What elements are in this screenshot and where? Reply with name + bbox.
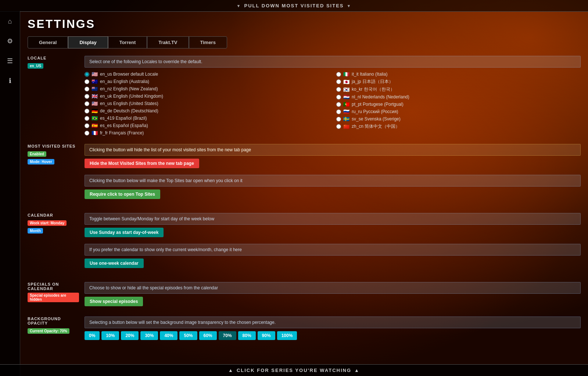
sidebar: ⌂ ⚙ ☰ ℹ — [0, 11, 20, 376]
locale-radio[interactable] — [85, 94, 89, 99]
locale-label-text: pt_pt Portugese (Portgual) — [352, 102, 404, 107]
tab-timers[interactable]: Timers — [189, 36, 227, 48]
locale-item: 🇳🇱 nl_nl Nederlands (Nederland) — [336, 93, 581, 101]
flag-icon: 🇬🇧 — [92, 93, 98, 99]
most-visited-hide-subsection: Clicking the button will hide the list o… — [85, 144, 581, 171]
locale-label-text: en_us Browser default Locale — [100, 72, 158, 77]
top-banner-text: PULL DOWN MOST VISITED SITES — [244, 3, 344, 8]
specials-section: SPECIALS ON CALENDAR Special episodes ar… — [28, 282, 581, 309]
sidebar-user-icon[interactable]: ☰ — [3, 54, 17, 68]
flag-icon: 🇫🇷 — [92, 130, 98, 136]
calendar-week-info: Toggle between Sunday/Monday for start d… — [85, 213, 581, 225]
locale-radio[interactable] — [336, 102, 341, 107]
most-visited-click-info: Clicking the button below will make the … — [85, 175, 581, 187]
locale-radio[interactable] — [336, 124, 341, 129]
most-visited-badge-mode: Mode: Hover — [28, 159, 54, 164]
locale-label-text: nl_nl Nederlands (Nederland) — [352, 94, 409, 100]
locale-label-text: en_nz English (New Zealand) — [100, 86, 158, 91]
opacity-btn-10[interactable]: 10% — [101, 331, 119, 340]
show-special-episodes-button[interactable]: Show special episodes — [85, 297, 143, 306]
sidebar-info-icon[interactable]: ℹ — [3, 74, 17, 87]
locale-radio[interactable] — [85, 87, 89, 91]
locale-item: 🇮🇹 it_it Italiano (Italia) — [336, 70, 581, 78]
locale-label-text: de_de Deutsch (Deutschland) — [100, 108, 158, 113]
top-banner-arrow-left: ▼ — [237, 4, 241, 8]
opacity-btn-40[interactable]: 40% — [160, 331, 178, 340]
most-visited-hide-info: Clicking the button will hide the list o… — [85, 144, 581, 156]
flag-icon: 🇩🇪 — [92, 108, 98, 114]
opacity-btn-80[interactable]: 80% — [238, 331, 256, 340]
flag-icon: 🇷🇺 — [343, 109, 349, 115]
top-banner-arrow-right: ▼ — [347, 4, 352, 8]
use-sunday-button[interactable]: Use Sunday as start day-of-week — [85, 228, 164, 237]
locale-radio[interactable] — [85, 109, 89, 113]
bottom-banner[interactable]: ▲ CLICK FOR SERIES YOU'RE WATCHING ▲ — [0, 364, 588, 376]
locale-label-col: LOCALE en_US — [28, 56, 79, 70]
opacity-btn-50[interactable]: 50% — [179, 331, 197, 340]
locale-item: 🇫🇷 fr_fr Français (France) — [85, 129, 329, 137]
bottom-banner-arrow-right: ▲ — [354, 368, 360, 373]
sidebar-home-icon[interactable]: ⌂ — [3, 15, 17, 28]
flag-icon: 🇺🇸 — [92, 71, 98, 77]
opacity-btn-0[interactable]: 0% — [85, 331, 100, 340]
locale-radio[interactable] — [85, 101, 89, 106]
opacity-btn-20[interactable]: 20% — [121, 331, 139, 340]
locale-radio[interactable] — [336, 95, 341, 100]
opacity-section: BACKGROUND OPACITY Current Opacity: 70% … — [28, 317, 581, 340]
opacity-btn-70[interactable]: 70% — [219, 331, 236, 340]
opacity-btn-30[interactable]: 30% — [140, 331, 158, 340]
locale-label-text: zh_cn 简体中文（中国） — [352, 123, 400, 130]
hide-most-visited-button[interactable]: Hide the Most Visited Sites from the new… — [85, 159, 199, 168]
locale-item: 🇩🇪 de_de Deutsch (Deutschland) — [85, 107, 329, 115]
sidebar-gear-icon[interactable]: ⚙ — [3, 35, 17, 48]
locale-label-text: ru_ru Русский (Россия) — [352, 109, 398, 114]
require-click-button[interactable]: Require click to open Top Sites — [85, 189, 160, 199]
flag-icon: 🇮🇹 — [343, 71, 349, 77]
locale-badge: en_US — [28, 63, 43, 69]
locale-radio[interactable] — [336, 87, 341, 92]
locale-radio[interactable] — [85, 116, 89, 121]
locale-radio[interactable] — [336, 109, 341, 114]
most-visited-section: MOST VISITED SITES Enabled Mode: Hover C… — [28, 144, 581, 206]
locale-label-text: es_es Español (España) — [100, 123, 148, 128]
specials-badge: Special episodes are hidden — [28, 293, 79, 302]
calendar-month-info: If you prefer the calendar to show only … — [85, 244, 581, 256]
most-visited-label: MOST VISITED SITES — [28, 144, 79, 148]
tab-general[interactable]: General — [28, 36, 68, 48]
calendar-content: Toggle between Sunday/Monday for start d… — [85, 213, 581, 275]
tab-torrent[interactable]: Torrent — [108, 36, 147, 48]
locale-label-text: en_us English (United States) — [100, 101, 158, 106]
most-visited-content: Clicking the button will hide the list o… — [85, 144, 581, 206]
locale-radio[interactable] — [85, 72, 89, 77]
tabs-container: General Display Torrent Trakt.TV Timers — [28, 36, 581, 48]
flag-icon: 🇯🇵 — [343, 79, 349, 85]
opacity-label: BACKGROUND OPACITY — [28, 317, 79, 325]
calendar-week-subsection: Toggle between Sunday/Monday for start d… — [85, 213, 581, 240]
locale-item: 🇺🇸 en_us Browser default Locale — [85, 70, 329, 78]
tab-trakt[interactable]: Trakt.TV — [147, 36, 189, 48]
flag-icon: 🇸🇪 — [343, 116, 349, 122]
locale-label-text: en_au English (Australia) — [100, 79, 149, 84]
locale-radio[interactable] — [336, 72, 341, 77]
opacity-btn-90[interactable]: 90% — [258, 331, 275, 340]
top-banner[interactable]: ▼ PULL DOWN MOST VISITED SITES ▼ — [0, 0, 588, 12]
most-visited-click-subsection: Clicking the button below will make the … — [85, 175, 581, 202]
opacity-content: Selecting a button below will set the ba… — [85, 317, 581, 340]
flag-icon: 🇳🇿 — [92, 86, 98, 92]
locale-radio[interactable] — [336, 79, 341, 84]
locale-radio[interactable] — [85, 123, 89, 128]
locale-radio[interactable] — [85, 79, 89, 84]
locale-item: 🇨🇳 zh_cn 简体中文（中国） — [336, 123, 581, 130]
opacity-badge: Current Opacity: 70% — [28, 328, 69, 334]
locale-radio[interactable] — [85, 131, 89, 135]
calendar-month-subsection: If you prefer the calendar to show only … — [85, 244, 581, 271]
locale-label-text: es_419 Español (Brazil) — [100, 116, 147, 121]
tab-display[interactable]: Display — [68, 36, 108, 48]
most-visited-badge-enabled: Enabled — [28, 151, 46, 157]
opacity-btn-60[interactable]: 60% — [199, 331, 217, 340]
use-one-week-button[interactable]: Use one-week calendar — [85, 258, 144, 268]
opacity-info: Selecting a button below will set the ba… — [85, 317, 581, 328]
flag-icon: 🇺🇸 — [92, 101, 98, 106]
opacity-btn-100[interactable]: 100% — [277, 331, 297, 340]
locale-radio[interactable] — [336, 117, 341, 122]
